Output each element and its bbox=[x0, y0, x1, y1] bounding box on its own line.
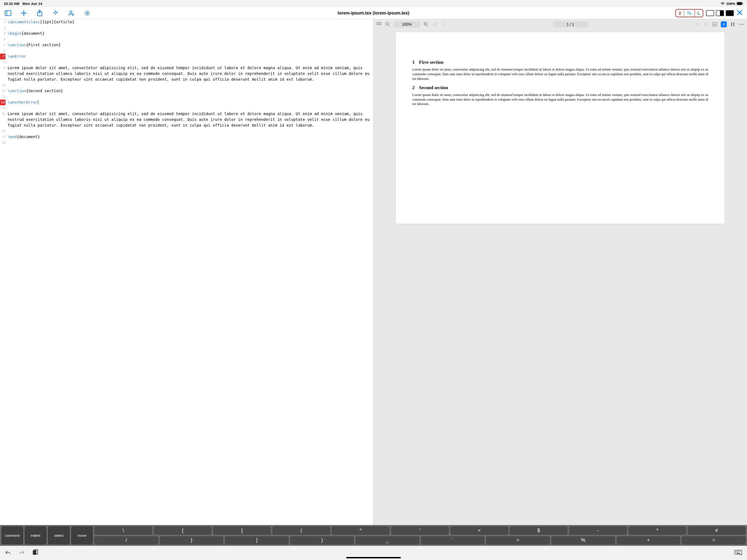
code-line[interactable]: \begin{document} bbox=[8, 31, 371, 36]
close-icon[interactable] bbox=[737, 9, 743, 17]
code-line[interactable]: \anotherError bbox=[8, 100, 371, 105]
kb-key[interactable]: ( bbox=[272, 526, 330, 535]
code-line[interactable] bbox=[8, 82, 371, 88]
svg-rect-54 bbox=[737, 553, 740, 554]
pause-icon[interactable] bbox=[730, 22, 736, 27]
svg-point-40 bbox=[741, 24, 742, 25]
kb-action-comment[interactable]: comment bbox=[1, 526, 23, 544]
kb-key[interactable]: \ bbox=[94, 526, 152, 535]
kb-key[interactable]: - bbox=[569, 526, 627, 535]
code-line[interactable]: Lorem ipsum dolor sit amet, consectetur … bbox=[8, 65, 371, 82]
redo-icon[interactable] bbox=[19, 550, 25, 556]
code-line[interactable] bbox=[8, 128, 371, 134]
kb-key[interactable]: ' bbox=[391, 526, 449, 535]
kb-key[interactable]: # bbox=[688, 526, 746, 535]
svg-point-7 bbox=[6, 13, 6, 14]
add-icon[interactable] bbox=[20, 9, 27, 17]
thumbnails-icon[interactable] bbox=[376, 22, 382, 27]
kb-key[interactable]: ` bbox=[421, 536, 485, 545]
kb-key[interactable]: [ bbox=[213, 526, 271, 535]
svg-rect-3 bbox=[5, 11, 11, 16]
line-number: 16 bbox=[0, 128, 5, 134]
preview-toolbar: 100% 1 / 1 bbox=[374, 19, 747, 29]
code-area[interactable]: \documentclass[11pt]{article}\begin{docu… bbox=[6, 19, 373, 146]
code-line[interactable] bbox=[8, 94, 371, 100]
svg-rect-22 bbox=[377, 22, 378, 23]
kb-key[interactable]: = bbox=[681, 536, 746, 545]
app-toolbar: lorem-ipsum.tex (lorem-ipsum.tex) 2 L bbox=[0, 7, 747, 19]
first-page-icon[interactable] bbox=[432, 22, 437, 26]
pdf-section-body: Lorem ipsum dolor sit amet, consectetur … bbox=[412, 93, 708, 107]
prev-page-icon[interactable] bbox=[441, 22, 446, 26]
svg-rect-51 bbox=[737, 552, 738, 553]
layout-preview-only[interactable] bbox=[726, 10, 734, 16]
line-number: 7 bbox=[0, 54, 5, 59]
share-icon[interactable] bbox=[36, 9, 43, 17]
line-number: 2 bbox=[0, 25, 5, 31]
sync-icon[interactable] bbox=[712, 22, 718, 27]
last-page-icon[interactable] bbox=[703, 22, 709, 26]
code-line[interactable] bbox=[8, 25, 371, 31]
keyboard-icon[interactable] bbox=[735, 550, 742, 556]
gear-icon[interactable] bbox=[84, 9, 91, 17]
export-icon[interactable] bbox=[721, 21, 727, 27]
sidebar-toggle-icon[interactable] bbox=[4, 9, 11, 17]
svg-rect-50 bbox=[736, 552, 736, 553]
pdf-page[interactable]: 1First sectionLorem ipsum dolor sit amet… bbox=[396, 32, 725, 224]
zoom-level[interactable]: 100% bbox=[394, 21, 420, 28]
svg-rect-48 bbox=[739, 551, 739, 552]
code-line[interactable] bbox=[8, 48, 371, 54]
kb-key[interactable]: % bbox=[551, 536, 615, 545]
typeset-gear-icon bbox=[684, 9, 695, 17]
kb-key[interactable]: * bbox=[628, 526, 686, 535]
layout-editor-only[interactable] bbox=[706, 10, 714, 16]
editor-pane[interactable]: 123456789101112131415161718 \documentcla… bbox=[0, 19, 374, 525]
more-icon[interactable] bbox=[739, 24, 744, 25]
error-indicator[interactable]: 2 L bbox=[675, 9, 703, 17]
kb-action-move[interactable]: move bbox=[71, 526, 93, 544]
kb-key[interactable]: } bbox=[160, 536, 224, 545]
svg-rect-45 bbox=[736, 551, 736, 552]
svg-rect-25 bbox=[377, 24, 378, 25]
kb-key[interactable]: ^ bbox=[332, 526, 390, 535]
kb-key[interactable]: / bbox=[94, 536, 158, 545]
kb-action-select[interactable]: select bbox=[48, 526, 70, 544]
kb-key[interactable]: < bbox=[450, 526, 508, 535]
layout-split[interactable] bbox=[716, 10, 724, 16]
kb-key[interactable]: ) bbox=[290, 536, 354, 545]
code-line[interactable]: \anError bbox=[8, 54, 371, 59]
next-page-icon[interactable] bbox=[695, 22, 700, 26]
code-line[interactable] bbox=[8, 36, 371, 42]
code-line[interactable] bbox=[8, 105, 371, 111]
kb-action-indent[interactable]: indent bbox=[25, 526, 47, 544]
clipboard-icon[interactable] bbox=[32, 549, 38, 557]
sparkle-icon[interactable] bbox=[52, 9, 59, 17]
code-line[interactable] bbox=[8, 59, 371, 65]
kb-key[interactable]: $ bbox=[510, 526, 568, 535]
main-content: 123456789101112131415161718 \documentcla… bbox=[0, 19, 747, 525]
code-line[interactable]: \section{First section} bbox=[8, 42, 371, 48]
symbol-keyboard: commentindentselectmove \{[(^'<$-*# /}])… bbox=[0, 525, 747, 546]
home-indicator[interactable] bbox=[346, 557, 401, 558]
kb-key[interactable]: + bbox=[617, 536, 680, 545]
undo-icon[interactable] bbox=[5, 550, 11, 556]
zoom-out-icon[interactable] bbox=[385, 22, 390, 27]
code-line[interactable]: Lorem ipsum dolor sit amet, consectetur … bbox=[8, 111, 371, 128]
kb-key[interactable]: > bbox=[486, 536, 550, 545]
svg-rect-52 bbox=[738, 552, 739, 553]
pdf-section-heading: 1First section bbox=[412, 59, 708, 65]
page-indicator[interactable]: 1 / 1 bbox=[553, 21, 588, 28]
kb-key[interactable]: ] bbox=[225, 536, 289, 545]
line-number: 12 bbox=[0, 94, 5, 100]
code-line[interactable]: \section{Second section} bbox=[8, 88, 371, 94]
kb-key[interactable]: _ bbox=[356, 536, 419, 545]
user-gear-icon[interactable] bbox=[68, 9, 75, 17]
svg-rect-2 bbox=[742, 3, 743, 4]
code-line[interactable]: \end{document} bbox=[8, 134, 371, 140]
kb-key[interactable]: { bbox=[154, 526, 212, 535]
code-line[interactable]: \documentclass[11pt]{article} bbox=[8, 19, 371, 25]
code-line[interactable] bbox=[8, 140, 371, 146]
svg-rect-47 bbox=[738, 551, 738, 552]
zoom-in-icon[interactable] bbox=[423, 22, 429, 27]
pdf-section-body: Lorem ipsum dolor sit amet, consectetur … bbox=[412, 67, 708, 81]
